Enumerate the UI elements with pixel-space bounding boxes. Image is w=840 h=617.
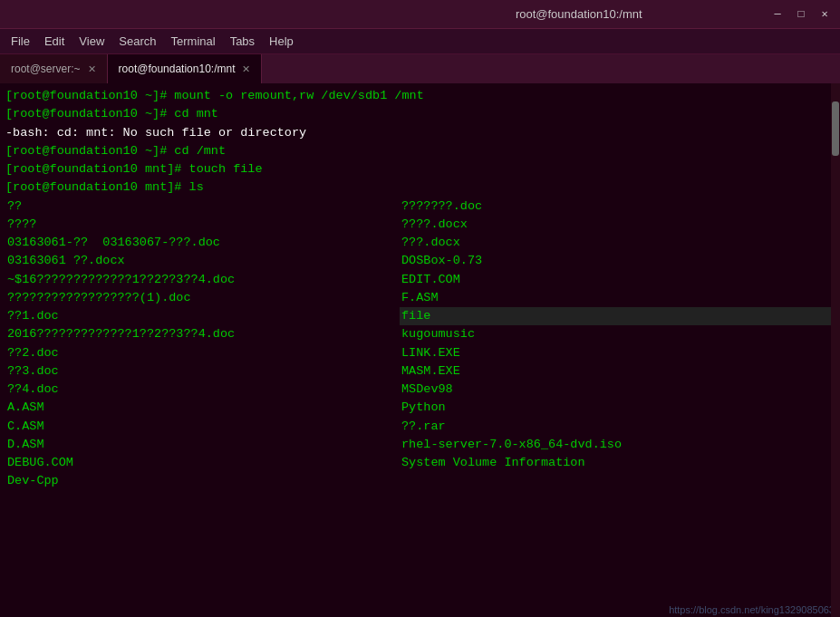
ls-right-8: LINK.EXE: [400, 344, 835, 362]
tab-bar: root@server:~ ✕ root@foundation10:/mnt ✕: [0, 54, 840, 83]
menu-item-help[interactable]: Help: [262, 33, 301, 50]
ls-right-15: [400, 472, 835, 490]
ls-right-9: MASM.EXE: [400, 362, 835, 381]
menu-item-file[interactable]: File: [4, 33, 37, 50]
ls-right-11: Python: [400, 399, 835, 417]
ls-left-10: ??4.doc: [5, 381, 400, 399]
ls-output: ?? ???????.doc ???? ????.docx 03163061-?…: [5, 198, 835, 491]
window-title: root@foundation10:/mnt: [389, 7, 770, 21]
maximize-button[interactable]: □: [793, 6, 809, 23]
ls-left-14: DEBUG.COM: [5, 454, 400, 472]
cmd-line-6: [root@foundation10 mnt]# ls: [5, 178, 835, 197]
ls-left-6: ??1.doc: [5, 307, 400, 325]
ls-left-15: Dev-Cpp: [5, 472, 400, 490]
menu-bar: FileEditViewSearchTerminalTabsHelp: [0, 29, 840, 54]
tab-foundation[interactable]: root@foundation10:/mnt ✕: [108, 54, 263, 83]
tab-server-close[interactable]: ✕: [88, 63, 96, 75]
ls-right-3: DOSBox-0.73: [400, 252, 835, 270]
ls-left-12: C.ASM: [5, 418, 400, 436]
terminal[interactable]: [root@foundation10 ~]# mount -o remount,…: [0, 83, 840, 617]
cmd-line-5: [root@foundation10 mnt]# touch file: [5, 160, 835, 178]
menu-item-tabs[interactable]: Tabs: [223, 33, 262, 50]
ls-right-12: ??.rar: [400, 418, 835, 436]
ls-right-13: rhel-server-7.0-x86_64-dvd.iso: [400, 436, 835, 454]
title-bar: root@foundation10:/mnt — □ ✕: [0, 0, 840, 29]
tab-server-label: root@server:~: [11, 63, 81, 75]
menu-item-terminal[interactable]: Terminal: [164, 33, 223, 50]
ls-left-0: ??: [5, 198, 400, 216]
ls-right-0: ???????.doc: [400, 198, 835, 216]
ls-right-4: EDIT.COM: [400, 271, 835, 289]
menu-item-search[interactable]: Search: [111, 33, 163, 50]
ls-right-14: System Volume Information: [400, 454, 835, 472]
tab-foundation-label: root@foundation10:/mnt: [119, 63, 236, 75]
ls-right-7: kugoumusic: [400, 325, 835, 343]
tab-server[interactable]: root@server:~ ✕: [0, 54, 108, 83]
window-controls: — □ ✕: [769, 6, 833, 23]
ls-right-5: F.ASM: [400, 289, 835, 307]
ls-left-2: 03163061-?? 03163067-???.doc: [5, 234, 400, 252]
cmd-line-3: -bash: cd: mnt: No such file or director…: [5, 124, 835, 142]
ls-right-1: ????.docx: [400, 216, 835, 234]
ls-right-10: MSDev98: [400, 381, 835, 399]
cmd-line-2: [root@foundation10 ~]# cd mnt: [5, 105, 835, 123]
minimize-button[interactable]: —: [769, 6, 786, 23]
ls-left-11: A.ASM: [5, 399, 400, 417]
ls-left-9: ??3.doc: [5, 362, 400, 381]
ls-right-2: ???.docx: [400, 234, 835, 252]
ls-left-5: ??????????????????(1).doc: [5, 289, 400, 307]
ls-left-3: 03163061 ??.docx: [5, 252, 400, 270]
scrollbar[interactable]: [831, 83, 840, 617]
watermark: https://blog.csdn.net/king1329085063: [669, 604, 835, 615]
close-button[interactable]: ✕: [816, 6, 833, 23]
menu-item-view[interactable]: View: [72, 33, 111, 50]
cmd-line-1: [root@foundation10 ~]# mount -o remount,…: [5, 87, 835, 105]
ls-left-13: D.ASM: [5, 436, 400, 454]
ls-left-8: ??2.doc: [5, 344, 400, 362]
ls-left-4: ~$16?????????????1??2??3??4.doc: [5, 271, 400, 289]
cmd-line-4: [root@foundation10 ~]# cd /mnt: [5, 142, 835, 160]
scrollbar-thumb[interactable]: [832, 101, 839, 156]
menu-item-edit[interactable]: Edit: [37, 33, 72, 50]
tab-foundation-close[interactable]: ✕: [242, 63, 250, 75]
ls-right-6-highlighted: file: [400, 307, 840, 325]
ls-left-1: ????: [5, 216, 400, 234]
ls-left-7: 2016?????????????1??2??3??4.doc: [5, 325, 400, 343]
